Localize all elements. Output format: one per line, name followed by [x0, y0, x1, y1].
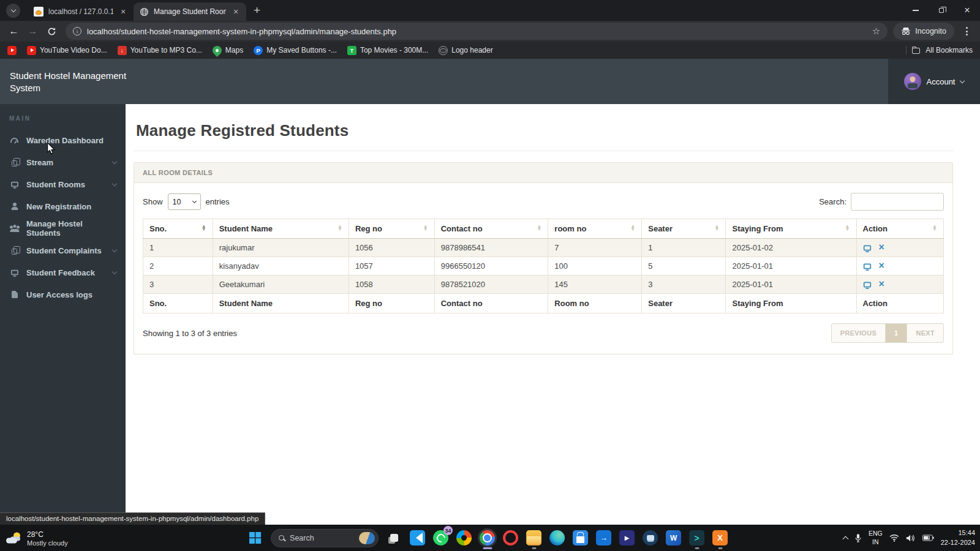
word-app-icon[interactable]: W [666, 530, 681, 545]
video-app-icon[interactable]: ▶ [619, 530, 635, 545]
terminal-app-icon[interactable]: > [689, 530, 704, 545]
office-app-icon[interactable] [456, 530, 472, 545]
copy-icon [9, 159, 20, 167]
tab-close-icon[interactable]: × [118, 7, 128, 17]
bookmark-item[interactable]: PMy Saved Buttons -... [254, 46, 337, 55]
bookmark-star-icon[interactable]: ☆ [872, 26, 880, 37]
forward-button[interactable]: → [24, 23, 41, 40]
search-label: Search: [819, 197, 846, 206]
back-button[interactable]: ← [6, 23, 22, 40]
chrome-app-icon[interactable] [480, 530, 495, 545]
next-page-button[interactable]: NEXT [907, 324, 943, 342]
task-view-button[interactable] [386, 530, 402, 545]
bookmark-item[interactable]: Logo header [439, 46, 492, 55]
maximize-button[interactable] [929, 0, 954, 21]
col-header-room-no[interactable]: ▲▼room no [548, 219, 642, 239]
opera-app-icon[interactable] [503, 530, 518, 545]
col-header-action[interactable]: ▲▼Action [856, 219, 944, 239]
hidden-icons-chevron[interactable] [843, 536, 849, 542]
close-button[interactable]: × [954, 0, 980, 21]
sidebar-item-student-complaints[interactable]: Student Complaints [0, 239, 126, 261]
microphone-icon[interactable] [854, 533, 862, 543]
battery-charging-icon[interactable] [922, 534, 934, 541]
show-label: Show [143, 197, 163, 206]
tab-search-button[interactable] [6, 4, 20, 18]
xampp-app-icon[interactable]: X [712, 530, 728, 545]
whatsapp-app-icon[interactable]: 34 [433, 530, 448, 545]
bookmark-item[interactable]: Maps [213, 46, 243, 55]
new-tab-button[interactable]: + [254, 4, 260, 17]
bookmark-item[interactable]: ↓YouTube to MP3 Co... [118, 46, 202, 55]
delete-icon[interactable]: × [879, 279, 884, 289]
start-button[interactable] [247, 530, 263, 545]
sidebar-item-wareden-dashboard[interactable]: Wareden Dashboard [0, 129, 126, 151]
col-header-sno[interactable]: ▲▼Sno. [143, 219, 213, 239]
sidebar-item-stream[interactable]: Stream [0, 151, 126, 173]
volume-icon[interactable] [906, 534, 916, 542]
sidebar-item-student-rooms[interactable]: Student Rooms [0, 173, 126, 195]
sidebar-item-user-access-logs[interactable]: User Access logs [0, 283, 126, 305]
bookmark-youtube[interactable] [7, 46, 17, 55]
language-indicator[interactable]: ENG IN [869, 530, 883, 545]
delete-icon[interactable]: × [879, 242, 884, 252]
address-bar[interactable]: i localhost/student-hostel-management-sy… [66, 23, 888, 40]
page-length-control: Show 10 entries [143, 193, 230, 210]
taskbar-search[interactable]: Search [271, 529, 379, 547]
col-header-staying-from[interactable]: ▲▼Staying From [726, 219, 856, 239]
browser-menu-button[interactable] [959, 27, 974, 36]
view-icon[interactable] [863, 282, 870, 287]
tab-phpmyadmin[interactable]: localhost / 127.0.0.1 / hostel | p × [28, 2, 134, 21]
entries-label: entries [206, 197, 230, 206]
search-input[interactable] [851, 193, 944, 211]
monitor-icon [9, 269, 20, 276]
table-row: 3 Geetakumari 1058 9878521020 145 3 2025… [143, 276, 944, 294]
bookmark-item[interactable]: TTop Movies - 300M... [347, 46, 428, 55]
phpmyadmin-favicon [34, 7, 43, 17]
col-header-reg-no[interactable]: ▲▼Reg no [349, 219, 434, 239]
reload-button[interactable] [43, 23, 60, 40]
tab-manage-student-rooms[interactable]: Manage Student Rooms × [134, 2, 246, 21]
minimize-button[interactable] [903, 0, 929, 21]
wifi-icon[interactable] [889, 534, 899, 542]
col-header-contact-no[interactable]: ▲▼Contact no [434, 219, 548, 239]
desktop-app-icon[interactable] [643, 530, 658, 545]
col-header-seater[interactable]: ▲▼Seater [642, 219, 726, 239]
chevron-down-icon [112, 269, 117, 274]
minimize-icon [913, 10, 919, 11]
taskbar-clock[interactable]: 15:44 22-12-2024 [941, 528, 975, 547]
delete-icon[interactable]: × [879, 261, 884, 271]
incognito-spy-icon [901, 27, 911, 36]
tab-title: localhost / 127.0.0.1 / hostel | p [48, 7, 113, 16]
pagination: PREVIOUS 1 NEXT [831, 323, 944, 343]
view-icon[interactable] [863, 263, 870, 269]
restore-icon [939, 8, 944, 13]
site-info-icon[interactable]: i [73, 27, 81, 36]
sidebar-item-manage-hostel-students[interactable]: Manage Hostel Students [0, 217, 126, 239]
tab-close-icon[interactable]: × [231, 7, 241, 17]
page-length-select[interactable]: 10 [168, 193, 201, 210]
account-menu[interactable]: Account [888, 59, 980, 104]
globe-icon [439, 46, 448, 55]
screen: localhost / 127.0.0.1 / hostel | p × Man… [0, 0, 980, 551]
sidebar-item-student-feedback[interactable]: Student Feedback [0, 261, 126, 283]
sidebar-section-label: MAIN [0, 104, 126, 129]
all-bookmarks[interactable]: All Bookmarks [906, 46, 973, 54]
taskbar-apps: Search 34 → ▶ W > X [247, 525, 728, 551]
arrow-app-icon[interactable]: → [596, 530, 611, 545]
previous-page-button[interactable]: PREVIOUS [832, 324, 885, 342]
view-icon[interactable] [863, 245, 870, 250]
browser-toolbar: ← → i localhost/student-hostel-managemen… [0, 21, 980, 42]
col-header-student-name[interactable]: ▲▼Student Name [213, 219, 349, 239]
weather-widget[interactable]: 28°C Mostly cloudy [6, 530, 68, 546]
edge-app-icon[interactable] [549, 530, 565, 545]
sidebar-item-new-registration[interactable]: New Registration [0, 195, 126, 217]
download-icon: ↓ [118, 46, 127, 55]
system-tray: ENG IN 15:44 22-12-2024 [843, 525, 975, 551]
file-explorer-icon[interactable] [526, 530, 541, 545]
current-page-button[interactable]: 1 [885, 324, 907, 342]
ms-store-app-icon[interactable] [573, 530, 588, 545]
bookmark-item[interactable]: YouTube Video Do... [27, 46, 107, 55]
vscode-app-icon[interactable] [410, 530, 425, 545]
table-wrap: ▲▼Sno. ▲▼Student Name ▲▼Reg no ▲▼Contact… [134, 219, 952, 313]
table-search: Search: [819, 193, 944, 211]
